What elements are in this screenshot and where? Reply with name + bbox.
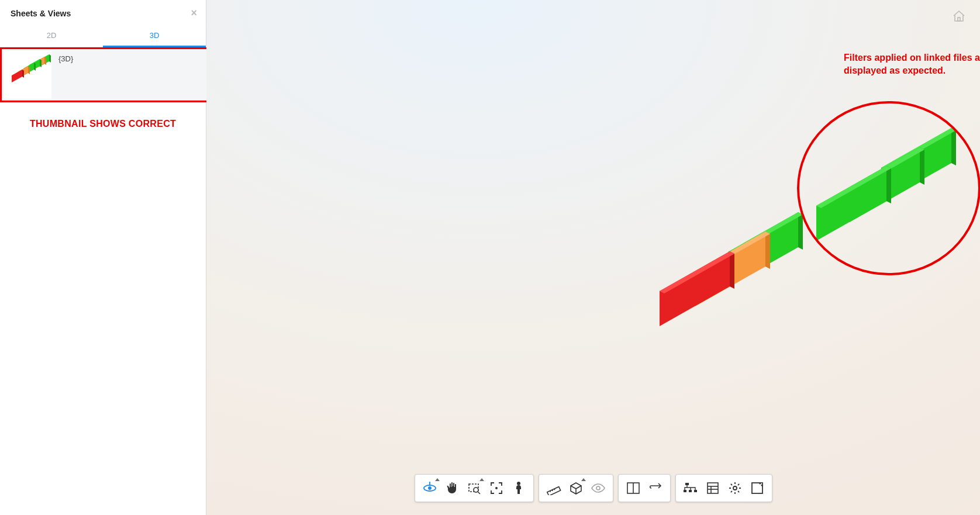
svg-marker-3 <box>44 57 46 65</box>
chevron-up-icon <box>435 478 440 481</box>
zoom-window-button[interactable] <box>463 477 485 499</box>
svg-rect-12 <box>958 18 960 21</box>
annotation-caption-thumbnail: THUMBNAIL SHOWS CORRECT <box>0 119 206 129</box>
chevron-up-icon <box>479 478 484 481</box>
svg-line-42 <box>554 489 555 490</box>
view-name-label: {3D} <box>53 50 79 68</box>
view-thumbnail <box>4 51 51 99</box>
svg-line-36 <box>478 492 480 494</box>
3d-viewport[interactable]: Filters applied on linked files are not … <box>206 0 980 515</box>
toolbar-group-utilities <box>675 474 772 502</box>
tab-3d[interactable]: 3D <box>103 25 206 47</box>
svg-rect-47 <box>684 490 686 492</box>
home-icon[interactable] <box>952 9 966 23</box>
svg-marker-11 <box>22 70 24 78</box>
slab-main-3 <box>728 212 803 287</box>
svg-point-38 <box>517 482 520 485</box>
svg-marker-22 <box>728 212 798 287</box>
close-icon[interactable]: × <box>191 7 197 19</box>
svg-rect-46 <box>685 483 689 485</box>
svg-marker-9 <box>28 66 30 74</box>
svg-point-35 <box>474 488 478 492</box>
fit-view-button[interactable] <box>485 477 508 499</box>
svg-marker-30 <box>660 251 734 293</box>
svg-point-43 <box>596 486 600 490</box>
chevron-up-icon <box>581 478 586 481</box>
measure-button[interactable] <box>543 477 565 499</box>
svg-marker-28 <box>660 251 730 326</box>
panel-title: Sheets & Views <box>11 9 71 18</box>
viewer-toolbar <box>415 474 772 502</box>
svg-point-54 <box>733 486 737 490</box>
svg-marker-25 <box>695 231 765 306</box>
svg-marker-1 <box>49 54 51 63</box>
svg-marker-26 <box>765 231 770 269</box>
annotation-rectangle-thumbnail: {3D} <box>0 47 212 102</box>
properties-button[interactable] <box>702 477 724 499</box>
split-view-button[interactable] <box>622 477 644 499</box>
svg-point-37 <box>495 487 498 489</box>
view-list: {3D} <box>0 47 206 102</box>
svg-line-40 <box>550 490 551 492</box>
svg-rect-49 <box>694 490 697 492</box>
svg-rect-50 <box>708 483 718 493</box>
svg-marker-29 <box>730 251 734 289</box>
orbit-button[interactable] <box>419 477 441 499</box>
visibility-button[interactable] <box>587 477 609 499</box>
toolbar-group-navigation <box>415 474 534 502</box>
svg-point-32 <box>429 487 431 489</box>
pan-button[interactable] <box>441 477 463 499</box>
svg-marker-5 <box>40 59 42 67</box>
svg-rect-48 <box>689 490 692 492</box>
annotation-text-linked-filters: Filters applied on linked files are not … <box>844 51 980 78</box>
annotation-circle-linked <box>797 101 980 275</box>
fullscreen-button[interactable] <box>746 477 768 499</box>
slab-main-2 <box>695 231 770 306</box>
panel-header: Sheets & Views × <box>0 0 206 25</box>
app-root: Sheets & Views × 2D 3D <box>0 0 980 515</box>
svg-line-41 <box>551 490 553 491</box>
model-browser-button[interactable] <box>679 477 702 499</box>
svg-marker-10 <box>12 70 22 82</box>
svg-marker-24 <box>728 212 803 254</box>
slab-main-1 <box>660 251 734 326</box>
settings-button[interactable] <box>724 477 746 499</box>
sheets-views-panel: Sheets & Views × 2D 3D <box>0 0 206 515</box>
svg-marker-7 <box>34 63 36 71</box>
reset-view-button[interactable] <box>644 477 667 499</box>
svg-marker-27 <box>695 231 770 274</box>
view-item-3d[interactable]: {3D} <box>2 49 210 101</box>
first-person-button[interactable] <box>508 477 530 499</box>
tabs: 2D 3D <box>0 25 206 47</box>
svg-rect-39 <box>547 487 560 495</box>
toolbar-group-view <box>618 474 671 502</box>
section-box-button[interactable] <box>565 477 587 499</box>
toolbar-group-analyze <box>539 474 613 502</box>
tab-2d[interactable]: 2D <box>0 25 103 47</box>
